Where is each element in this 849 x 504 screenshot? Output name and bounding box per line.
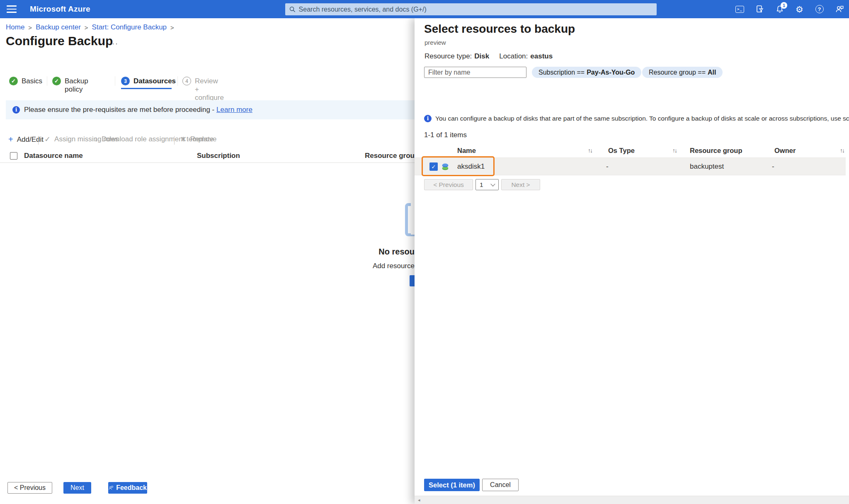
cell-resource-group: backuptest [690, 162, 724, 171]
resource-type-line: Resource type:Disk Location:eastus [424, 52, 553, 61]
column-resource-group[interactable]: Resource group [365, 152, 419, 160]
sort-icon[interactable]: ↑↓ [840, 147, 844, 154]
cell-name: aksdisk1 [457, 162, 485, 171]
pagination-previous-button[interactable]: < Previous [424, 179, 473, 190]
tab-basics[interactable]: Basics [22, 77, 42, 85]
banner-text: Please ensure the pre-requisites are met… [24, 106, 214, 114]
notifications-bell-icon[interactable]: 1 [775, 5, 784, 14]
breadcrumb-separator: > [170, 24, 174, 31]
tab-backup-policy[interactable]: Backup policy [65, 77, 88, 94]
sort-icon[interactable]: ↑↓ [672, 147, 677, 154]
page-number-dropdown[interactable]: 1 [475, 179, 499, 190]
step-divider [177, 76, 178, 86]
brand-title[interactable]: Microsoft Azure [30, 5, 90, 14]
select-all-checkbox[interactable] [10, 152, 17, 160]
active-tab-underline [121, 88, 172, 89]
hamburger-menu-icon[interactable] [7, 5, 17, 13]
cancel-button[interactable]: Cancel [482, 479, 519, 491]
feedback-icon [109, 485, 113, 491]
column-subscription[interactable]: Subscription [197, 152, 240, 160]
step-policy-check-icon: ✓ [52, 77, 61, 85]
azure-portal-screen: Microsoft Azure >_ [0, 0, 849, 504]
scroll-left-arrow-icon[interactable]: ◂ [418, 497, 420, 503]
step-basics-check-icon: ✓ [9, 77, 18, 85]
banner-learn-more-link[interactable]: Learn more [216, 106, 252, 114]
feedback-button[interactable]: Feedback [108, 482, 147, 494]
info-icon: i [424, 115, 432, 122]
page-title: Configure Backup [6, 34, 113, 48]
breadcrumb: Home > Backup center > Start: Configure … [6, 23, 174, 32]
panel-info-message: i You can configure a backup of disks th… [424, 115, 839, 122]
column-name[interactable]: Name [457, 147, 476, 155]
select-items-button[interactable]: Select (1 item) [424, 479, 480, 491]
info-icon: i [12, 106, 20, 114]
command-divider [174, 136, 175, 145]
column-os-type[interactable]: Os Type [608, 147, 635, 155]
empty-state-subtitle: Add resource [373, 262, 415, 270]
step-divider [47, 76, 47, 86]
remove-icon: ✕ [180, 135, 187, 144]
command-divider [38, 136, 39, 145]
topbar-icons: >_ 1 ⚙ ? [735, 0, 844, 18]
resource-group-filter-pill[interactable]: Resource group ==All [642, 67, 723, 78]
column-datasource-name[interactable]: Datasource name [24, 152, 83, 160]
items-count: 1-1 of 1 items [424, 131, 467, 139]
cloud-shell-icon[interactable]: >_ [735, 5, 745, 14]
chevron-down-icon [490, 182, 495, 186]
resource-type-value: Disk [474, 52, 489, 61]
pagination-next-button[interactable]: Next > [501, 179, 540, 190]
preview-badge: preview [424, 39, 446, 46]
global-search[interactable] [285, 3, 657, 15]
search-input[interactable] [299, 6, 653, 13]
notification-badge: 1 [781, 2, 787, 9]
cell-os-type: - [606, 162, 609, 171]
settings-gear-icon[interactable]: ⚙ [795, 5, 804, 14]
cell-owner: - [772, 162, 774, 171]
tab-review-configure[interactable]: Review + configure [195, 77, 224, 102]
search-icon [289, 6, 296, 12]
disk-icon [441, 163, 449, 171]
sort-icon[interactable]: ↑↓ [588, 147, 592, 154]
tab-datasources[interactable]: Datasources [133, 77, 176, 85]
column-resource-group[interactable]: Resource group [690, 147, 742, 155]
add-icon: + [8, 135, 13, 144]
previous-button[interactable]: < Previous [7, 482, 52, 494]
table-row-aksdisk1[interactable]: ✓ aksdisk1 - backuptest - [415, 158, 846, 175]
horizontal-scrollbar[interactable]: ◂ [415, 496, 849, 504]
directory-filter-icon[interactable] [755, 5, 764, 14]
empty-state-title: No resou [378, 247, 415, 257]
select-resources-panel: Select resources to backup preview Resou… [415, 18, 849, 504]
row-checkbox-checked[interactable]: ✓ [429, 162, 438, 171]
breadcrumb-start-configure-backup[interactable]: Start: Configure Backup [92, 23, 167, 32]
breadcrumb-separator: > [28, 24, 32, 31]
filter-by-name-input[interactable] [424, 67, 526, 78]
download-icon: ↓ [94, 135, 98, 143]
next-button[interactable]: Next [63, 482, 91, 494]
help-icon[interactable]: ? [815, 5, 824, 14]
breadcrumb-separator: > [85, 24, 88, 31]
remove-button[interactable]: ✕ Remove [180, 135, 216, 144]
title-more-menu[interactable]: ··· [109, 39, 119, 48]
step-divider [115, 76, 115, 86]
checkmark-icon: ✓ [44, 135, 51, 144]
command-bar: + Add/Edit ✓ Assign missing roles ↓ Down… [0, 135, 415, 146]
step-3-badge: 3 [121, 77, 130, 85]
subscription-filter-pill[interactable]: Subscription ==Pay-As-You-Go [532, 67, 641, 78]
column-owner[interactable]: Owner [774, 147, 796, 155]
breadcrumb-backup-center[interactable]: Backup center [36, 23, 81, 32]
feedback-person-icon[interactable] [834, 5, 844, 14]
panel-title: Select resources to backup [424, 22, 575, 36]
step-4-badge: 4 [182, 77, 191, 85]
breadcrumb-home[interactable]: Home [6, 23, 24, 32]
top-bar: Microsoft Azure >_ [0, 0, 849, 18]
location-value: eastus [530, 52, 553, 61]
